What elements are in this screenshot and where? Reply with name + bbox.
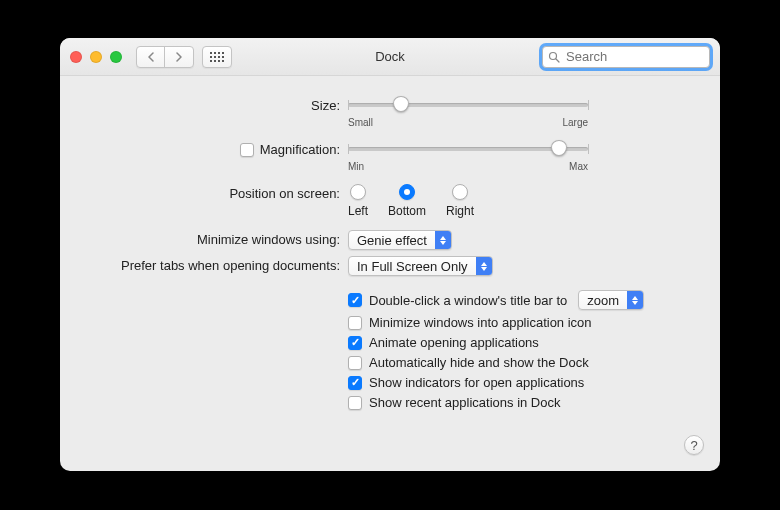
animate-opening-checkbox[interactable] [348,336,362,350]
prefer-tabs-label: Prefer tabs when opening documents: [121,258,340,273]
search-input[interactable] [564,48,704,65]
minimize-into-icon-checkbox[interactable] [348,316,362,330]
magnification-slider-thumb[interactable] [551,140,567,156]
animate-opening-label: Animate opening applications [369,335,539,350]
search-field[interactable] [542,46,710,68]
titlebar-action-value: zoom [579,293,627,308]
dock-preferences-window: Dock Size: Small Large [60,38,720,471]
forward-button[interactable] [165,47,193,67]
close-button[interactable] [70,51,82,63]
nav-buttons [136,46,194,68]
minimize-into-icon-label: Minimize windows into application icon [369,315,592,330]
window-controls [70,51,122,63]
show-all-button[interactable] [202,46,232,68]
minimize-effect-value: Genie effect [349,233,435,248]
prefer-tabs-value: In Full Screen Only [349,259,476,274]
indicators-label: Show indicators for open applications [369,375,584,390]
select-arrows-icon [627,291,643,309]
position-radio-group: Left Bottom Right [348,184,692,218]
grid-icon [210,52,224,62]
select-arrows-icon [476,257,492,275]
zoom-button[interactable] [110,51,122,63]
position-bottom-radio[interactable] [399,184,415,200]
position-right-label: Right [446,204,474,218]
position-left-radio[interactable] [350,184,366,200]
magnification-slider[interactable] [348,140,588,158]
position-label: Position on screen: [229,186,340,201]
size-label: Size: [311,98,340,113]
chevron-left-icon [147,52,155,62]
size-slider[interactable] [348,96,588,114]
recent-apps-label: Show recent applications in Dock [369,395,561,410]
position-left-label: Left [348,204,368,218]
content-area: Size: Small Large [60,76,720,428]
minimize-effect-select[interactable]: Genie effect [348,230,452,250]
titlebar-action-select[interactable]: zoom [578,290,644,310]
mag-min-label: Min [348,161,364,172]
chevron-right-icon [175,52,183,62]
doubleclick-titlebar-label: Double-click a window's title bar to [369,293,567,308]
select-arrows-icon [435,231,451,249]
search-icon [548,51,560,63]
position-right-radio[interactable] [452,184,468,200]
mag-max-label: Max [569,161,588,172]
autohide-checkbox[interactable] [348,356,362,370]
minimize-button[interactable] [90,51,102,63]
autohide-label: Automatically hide and show the Dock [369,355,589,370]
position-bottom-label: Bottom [388,204,426,218]
magnification-checkbox[interactable] [240,143,254,157]
magnification-label: Magnification: [260,142,340,157]
indicators-checkbox[interactable] [348,376,362,390]
svg-line-1 [556,59,559,62]
titlebar: Dock [60,38,720,76]
options-checklist: Double-click a window's title bar to zoo… [348,290,692,410]
recent-apps-checkbox[interactable] [348,396,362,410]
size-slider-thumb[interactable] [393,96,409,112]
size-max-label: Large [562,117,588,128]
back-button[interactable] [137,47,165,67]
help-button[interactable]: ? [684,435,704,455]
doubleclick-titlebar-checkbox[interactable] [348,293,362,307]
svg-point-0 [550,52,557,59]
prefer-tabs-select[interactable]: In Full Screen Only [348,256,493,276]
size-min-label: Small [348,117,373,128]
minimize-using-label: Minimize windows using: [197,232,340,247]
